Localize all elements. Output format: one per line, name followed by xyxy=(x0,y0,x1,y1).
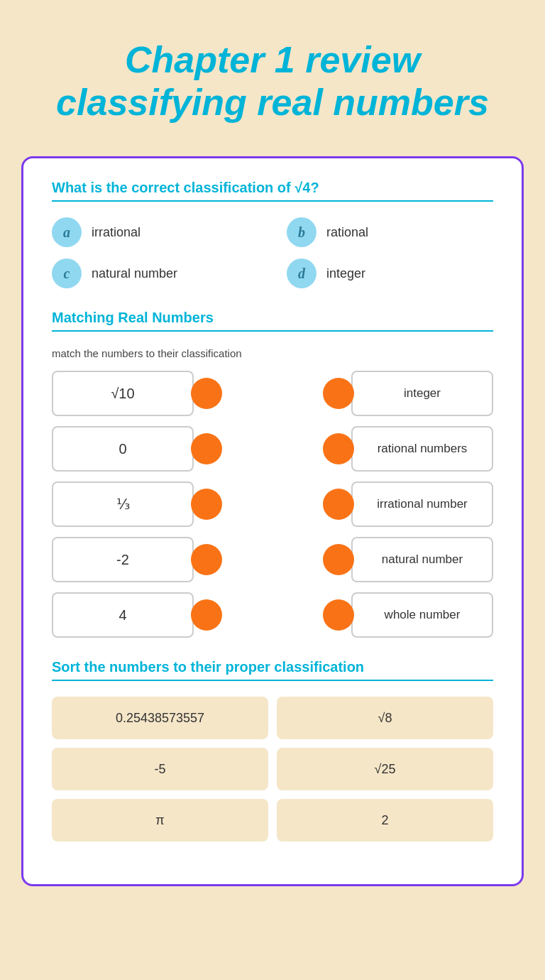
option-bubble-b: b xyxy=(287,217,316,247)
match-right-3: irrational number xyxy=(326,481,493,527)
sort-grid: 0.25438573557 √8 -5 √25 π 2 xyxy=(52,697,493,842)
match-row-3: ⅓ irrational number xyxy=(52,481,493,527)
option-text-c: natural number xyxy=(92,266,177,281)
mc-options-grid: a irrational b rational c natural number xyxy=(52,217,493,288)
sort-divider xyxy=(52,680,493,681)
match-right-5: whole number xyxy=(326,592,493,638)
match-left-2: 0 xyxy=(52,426,219,472)
option-text-b: rational xyxy=(326,225,368,240)
option-bubble-c: c xyxy=(52,258,82,288)
match-left-1: √10 xyxy=(52,371,219,416)
match-box-left-4: -2 xyxy=(52,537,194,582)
connector-dot-right-1[interactable] xyxy=(323,378,354,409)
match-row-1: √10 integer xyxy=(52,371,493,416)
connector-dot-left-3[interactable] xyxy=(191,489,222,520)
match-row-5: 4 whole number xyxy=(52,592,493,638)
page-title: Chapter 1 review classifying real number… xyxy=(43,39,502,124)
match-box-right-2: rational numbers xyxy=(351,426,493,472)
sort-item-0[interactable]: 0.25438573557 xyxy=(52,697,268,739)
connector-dot-left-2[interactable] xyxy=(191,433,222,464)
match-box-right-4: natural number xyxy=(351,537,493,582)
match-left-3: ⅓ xyxy=(52,481,219,527)
sort-item-5[interactable]: 2 xyxy=(277,799,493,842)
connector-dot-left-4[interactable] xyxy=(191,544,222,575)
sort-section: Sort the numbers to their proper classif… xyxy=(52,659,493,842)
option-text-a: irrational xyxy=(92,225,141,240)
connector-dot-left-5[interactable] xyxy=(191,599,222,631)
sort-item-3[interactable]: √25 xyxy=(277,748,493,790)
sort-item-2[interactable]: -5 xyxy=(52,748,268,790)
sort-title: Sort the numbers to their proper classif… xyxy=(52,659,493,675)
connector-dot-right-3[interactable] xyxy=(323,489,354,520)
match-row-4: -2 natural number xyxy=(52,537,493,582)
option-bubble-d: d xyxy=(287,258,316,288)
connector-dot-left-1[interactable] xyxy=(191,378,222,409)
connector-dot-right-5[interactable] xyxy=(323,599,354,631)
match-right-2: rational numbers xyxy=(326,426,493,472)
match-box-left-3: ⅓ xyxy=(52,481,194,527)
match-right-1: integer xyxy=(326,371,493,416)
match-box-left-5: 4 xyxy=(52,592,194,638)
header: Chapter 1 review classifying real number… xyxy=(0,0,545,156)
mc-section: What is the correct classification of √4… xyxy=(52,180,493,288)
match-box-right-3: irrational number xyxy=(351,481,493,527)
match-left-5: 4 xyxy=(52,592,219,638)
option-text-d: integer xyxy=(326,266,365,281)
mc-question: What is the correct classification of √4… xyxy=(52,180,493,196)
connector-dot-right-4[interactable] xyxy=(323,544,354,575)
connector-dot-right-2[interactable] xyxy=(323,433,354,464)
matching-title: Matching Real Numbers xyxy=(52,310,493,326)
match-instruction: match the numbers to their classificatio… xyxy=(52,347,493,359)
mc-option-c[interactable]: c natural number xyxy=(52,258,258,288)
match-left-4: -2 xyxy=(52,537,219,582)
match-box-left-1: √10 xyxy=(52,371,194,416)
match-right-4: natural number xyxy=(326,537,493,582)
option-bubble-a: a xyxy=(52,217,82,247)
match-box-left-2: 0 xyxy=(52,426,194,472)
matching-divider xyxy=(52,330,493,332)
mc-option-d[interactable]: d integer xyxy=(287,258,493,288)
match-row-2: 0 rational numbers xyxy=(52,426,493,472)
sort-item-4[interactable]: π xyxy=(52,799,268,842)
mc-divider xyxy=(52,200,493,202)
sort-item-1[interactable]: √8 xyxy=(277,697,493,739)
mc-option-b[interactable]: b rational xyxy=(287,217,493,247)
match-box-right-5: whole number xyxy=(351,592,493,638)
matching-section: Matching Real Numbers match the numbers … xyxy=(52,310,493,638)
match-box-right-1: integer xyxy=(351,371,493,416)
main-card: What is the correct classification of √4… xyxy=(21,156,524,886)
mc-option-a[interactable]: a irrational xyxy=(52,217,258,247)
